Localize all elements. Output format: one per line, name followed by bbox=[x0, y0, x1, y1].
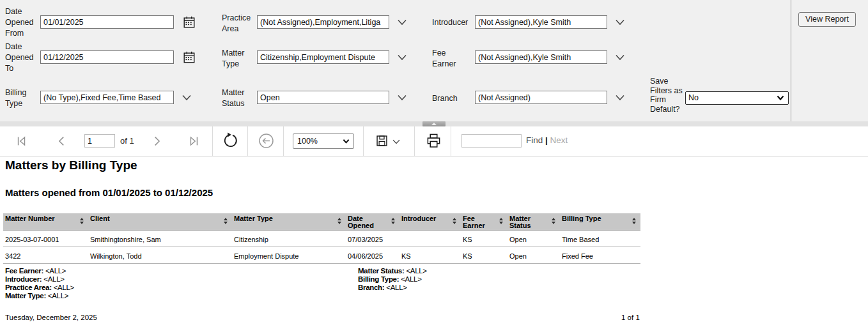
column-header: Matter Type bbox=[232, 213, 346, 230]
fee-earner-label: Fee Earner bbox=[432, 48, 463, 70]
report-toolbar: of 1 100% bbox=[0, 126, 868, 156]
table-cell: Open bbox=[508, 231, 560, 247]
toolbar-separator bbox=[451, 126, 451, 156]
sort-icon[interactable] bbox=[224, 218, 228, 224]
report-subtitle: Matters opened from 01/01/2025 to 01/12/… bbox=[5, 187, 213, 198]
find-button[interactable]: Find bbox=[526, 135, 543, 145]
sort-icon[interactable] bbox=[80, 218, 84, 224]
column-header: Introducer bbox=[399, 213, 461, 230]
report-params-left: Fee Earner: <ALL>Introducer: <ALL>Practi… bbox=[5, 267, 74, 300]
sort-icon[interactable] bbox=[391, 218, 395, 224]
matter-type-label: Matter Type bbox=[222, 48, 255, 70]
splitter-collapse-handle[interactable] bbox=[422, 121, 446, 126]
zoom-select[interactable]: 100% bbox=[293, 133, 354, 149]
matter-status-input[interactable] bbox=[257, 91, 389, 104]
page-number-input[interactable] bbox=[84, 134, 115, 148]
chevron-down-icon[interactable] bbox=[397, 19, 407, 26]
sort-icon[interactable] bbox=[337, 218, 341, 224]
chevron-down-icon[interactable] bbox=[397, 54, 407, 61]
report-params-right: Matter Status: <ALL>Billing Type: <ALL>B… bbox=[358, 267, 427, 292]
panel-splitter[interactable] bbox=[0, 121, 868, 126]
calendar-icon[interactable] bbox=[182, 15, 196, 29]
param-line: Matter Type: <ALL> bbox=[5, 292, 74, 300]
report-title: Matters by Billing Type bbox=[5, 158, 137, 172]
param-line: Introducer: <ALL> bbox=[5, 275, 74, 284]
filter-panel: Date Opened From Date Opened To bbox=[0, 0, 868, 121]
find-input[interactable] bbox=[461, 134, 522, 148]
matter-status-label: Matter Status bbox=[222, 87, 255, 109]
table-cell: Wilkington, Todd bbox=[88, 247, 232, 263]
table-cell: Fixed Fee bbox=[560, 247, 640, 263]
date-opened-from-label: Date Opened From bbox=[5, 6, 41, 39]
table-cell: Employment Dispute bbox=[232, 247, 346, 263]
column-header-label: Client bbox=[90, 215, 110, 222]
first-page-icon[interactable] bbox=[15, 135, 28, 148]
sort-icon[interactable] bbox=[632, 218, 636, 224]
next-button[interactable]: Next bbox=[550, 135, 568, 145]
column-header: Billing Type bbox=[560, 213, 640, 230]
toolbar-separator bbox=[414, 126, 415, 156]
chevron-down-icon bbox=[777, 95, 784, 101]
param-line: Branch: <ALL> bbox=[358, 284, 427, 292]
refresh-icon[interactable] bbox=[222, 132, 238, 149]
zoom-value: 100% bbox=[297, 137, 318, 146]
next-page-icon[interactable] bbox=[150, 135, 163, 148]
sort-icon[interactable] bbox=[453, 218, 456, 224]
column-header-label: Date Opened bbox=[348, 215, 374, 229]
toolbar-separator bbox=[283, 126, 284, 156]
table-cell: KS bbox=[461, 247, 508, 263]
chevron-down-icon[interactable] bbox=[615, 19, 625, 26]
column-header-label: Introducer bbox=[401, 215, 436, 222]
column-header: Matter Number bbox=[3, 213, 88, 230]
table-header-row: Matter NumberClientMatter TypeDate Opene… bbox=[3, 213, 640, 231]
table-cell: Open bbox=[508, 247, 560, 263]
previous-page-icon[interactable] bbox=[56, 135, 68, 148]
billing-type-label: Billing Type bbox=[5, 87, 41, 109]
report-viewer: Date Opened From Date Opened To bbox=[0, 0, 868, 327]
practice-area-input[interactable] bbox=[257, 15, 389, 29]
table-cell: 3422 bbox=[3, 247, 88, 263]
save-filters-value: No bbox=[688, 93, 699, 102]
billing-type-input[interactable] bbox=[40, 91, 174, 104]
table-cell: 07/03/2025 bbox=[346, 231, 399, 247]
table-cell: 2025-03-07-0001 bbox=[3, 231, 88, 247]
page-count-label: of 1 bbox=[120, 136, 134, 146]
column-header: Client bbox=[88, 213, 232, 230]
sort-icon[interactable] bbox=[499, 218, 503, 224]
view-report-button[interactable]: View Report bbox=[798, 12, 856, 27]
column-header-label: Matter Number bbox=[5, 215, 55, 222]
date-opened-from-input[interactable] bbox=[40, 15, 174, 29]
date-opened-to-label: Date Opened To bbox=[5, 42, 41, 74]
chevron-down-icon[interactable] bbox=[182, 94, 192, 102]
sort-icon[interactable] bbox=[552, 218, 555, 224]
fee-earner-input[interactable] bbox=[475, 50, 607, 64]
param-line: Practice Area: <ALL> bbox=[5, 284, 74, 292]
print-icon[interactable] bbox=[426, 133, 441, 149]
table-cell: KS bbox=[461, 231, 508, 247]
chevron-down-icon[interactable] bbox=[392, 139, 401, 145]
column-header-label: Fee Earner bbox=[463, 215, 485, 229]
table-row: 2025-03-07-0001Smithingtonshire, SamCiti… bbox=[3, 231, 640, 247]
last-page-icon[interactable] bbox=[187, 135, 200, 148]
matter-type-input[interactable] bbox=[257, 50, 389, 64]
chevron-down-icon[interactable] bbox=[615, 94, 625, 102]
branch-input[interactable] bbox=[475, 91, 607, 104]
column-header: Matter Status bbox=[508, 213, 560, 230]
report-footer-page: 1 of 1 bbox=[621, 314, 640, 321]
chevron-down-icon[interactable] bbox=[615, 54, 625, 61]
introducer-label: Introducer bbox=[432, 17, 473, 28]
date-opened-to-input[interactable] bbox=[40, 50, 174, 64]
param-line: Billing Type: <ALL> bbox=[358, 275, 427, 284]
find-next-controls: Find | Next bbox=[526, 135, 568, 145]
back-icon[interactable] bbox=[258, 133, 274, 149]
panel-divider bbox=[791, 0, 791, 121]
chevron-down-icon[interactable] bbox=[397, 94, 407, 102]
toolbar-separator bbox=[363, 126, 364, 156]
introducer-input[interactable] bbox=[475, 15, 607, 29]
table-cell: Citizenship bbox=[232, 231, 346, 247]
save-export-icon[interactable] bbox=[375, 134, 389, 148]
column-header: Fee Earner bbox=[461, 213, 508, 230]
save-filters-select[interactable]: No bbox=[685, 91, 789, 105]
table-cell bbox=[399, 231, 461, 247]
calendar-icon[interactable] bbox=[182, 50, 196, 65]
